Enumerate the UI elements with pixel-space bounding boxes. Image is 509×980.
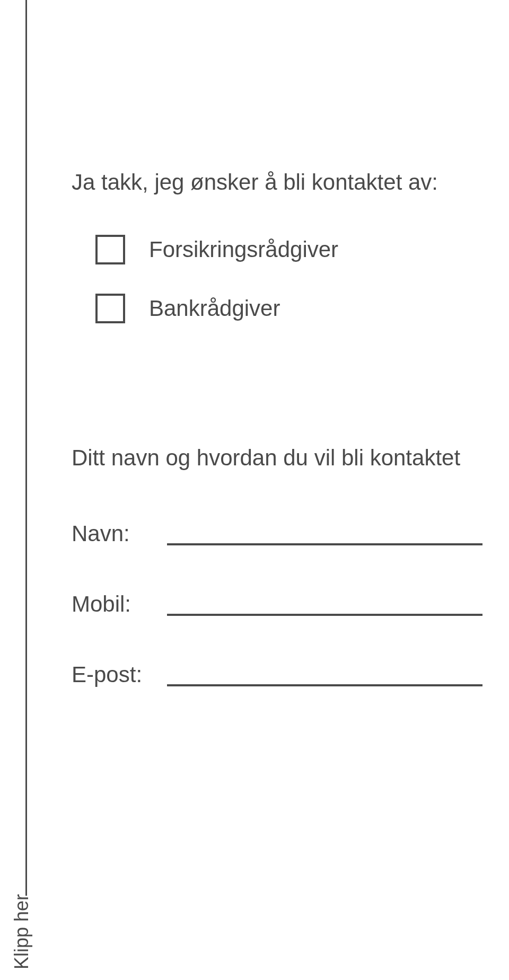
- checkbox-row-insurance: Forsikringsrådgiver: [95, 235, 482, 264]
- form-content: Ja takk, jeg ønsker å bli kontaktet av: …: [72, 170, 482, 732]
- field-row-email: E-post:: [72, 662, 482, 687]
- checkbox-label-insurance: Forsikringsrådgiver: [149, 237, 338, 262]
- checkbox-bank-advisor[interactable]: [95, 294, 125, 323]
- contact-info-heading: Ditt navn og hvordan du vil bli kontakte…: [72, 445, 482, 471]
- checkbox-label-bank: Bankrådgiver: [149, 296, 280, 321]
- email-input-line[interactable]: [167, 684, 482, 686]
- cut-here-label: Klipp her: [11, 894, 33, 969]
- email-label: E-post:: [72, 662, 167, 687]
- field-row-name: Navn:: [72, 521, 482, 546]
- checkbox-row-bank: Bankrådgiver: [95, 294, 482, 323]
- mobile-label: Mobil:: [72, 591, 167, 617]
- form-heading: Ja takk, jeg ønsker å bli kontaktet av:: [72, 170, 482, 195]
- checkbox-insurance-advisor[interactable]: [95, 235, 125, 264]
- name-label: Navn:: [72, 521, 167, 546]
- mobile-input-line[interactable]: [167, 614, 482, 616]
- field-row-mobile: Mobil:: [72, 591, 482, 617]
- name-input-line[interactable]: [167, 543, 482, 545]
- cut-line: [25, 0, 27, 896]
